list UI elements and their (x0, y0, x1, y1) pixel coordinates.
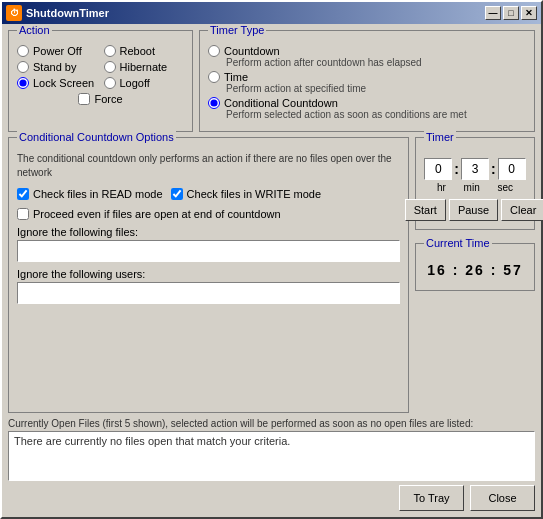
countdown-subtext: Perform action after countdown has elaps… (226, 57, 526, 68)
two-col-checks: Check files in READ mode Check files in … (17, 188, 400, 204)
power-off-radio[interactable] (17, 45, 29, 57)
action-group-label: Action (17, 24, 52, 36)
top-row: Action Power Off Reboot Stand by (8, 30, 535, 132)
clear-button[interactable]: Clear (501, 199, 543, 221)
titlebar: ⏱ ShutdownTimer — □ ✕ (2, 2, 541, 24)
action-stand-by[interactable]: Stand by (17, 61, 98, 73)
action-reboot[interactable]: Reboot (104, 45, 185, 57)
conditional-desc: The conditional countdown only performs … (17, 152, 400, 180)
titlebar-buttons: — □ ✕ (485, 6, 537, 20)
stand-by-radio[interactable] (17, 61, 29, 73)
timer-sep-2: : (491, 161, 496, 177)
conditional-group: Conditional Countdown Options The condit… (8, 137, 409, 413)
timer-type-group: Timer Type Countdown Perform action afte… (199, 30, 535, 132)
middle-row: Conditional Countdown Options The condit… (8, 137, 535, 413)
conditional-subtext: Perform selected action as soon as condi… (226, 109, 526, 120)
hibernate-radio[interactable] (104, 61, 116, 73)
time-radio[interactable] (208, 71, 220, 83)
open-files-box: There are currently no files open that m… (8, 431, 535, 481)
timer-hr-box[interactable]: 0 (424, 158, 452, 180)
bottom-section: Currently Open Files (first 5 shown), se… (8, 418, 535, 511)
close-window-button[interactable]: ✕ (521, 6, 537, 20)
check-write-row[interactable]: Check files in WRITE mode (171, 188, 321, 200)
open-files-status-label: Currently Open Files (first 5 shown), se… (8, 418, 535, 429)
action-buttons-row: To Tray Close (8, 485, 535, 511)
action-group: Action Power Off Reboot Stand by (8, 30, 193, 132)
check-read-row[interactable]: Check files in READ mode (17, 188, 163, 200)
main-content: Action Power Off Reboot Stand by (2, 24, 541, 517)
ignore-users-input[interactable] (17, 282, 400, 304)
window-title: ShutdownTimer (26, 7, 485, 19)
countdown-radio[interactable] (208, 45, 220, 57)
current-time-group: Current Time 16 : 26 : 57 (415, 243, 535, 291)
current-time-label: Current Time (424, 237, 492, 249)
check-read-checkbox[interactable] (17, 188, 29, 200)
time-subtext: Perform action at specified time (226, 83, 526, 94)
timer-display: 0 : 3 : 0 (424, 158, 526, 180)
timer-sec-box[interactable]: 0 (498, 158, 526, 180)
maximize-button[interactable]: □ (503, 6, 519, 20)
to-tray-button[interactable]: To Tray (399, 485, 464, 511)
conditional-countdown-radio[interactable] (208, 97, 220, 109)
timer-min-box[interactable]: 3 (461, 158, 489, 180)
reboot-radio[interactable] (104, 45, 116, 57)
conditional-group-label: Conditional Countdown Options (17, 131, 176, 143)
app-icon: ⏱ (6, 5, 22, 21)
timer-unit-labels: hr min sec (424, 182, 526, 193)
timer-group: Timer 0 : 3 : 0 hr min sec Start (415, 137, 535, 230)
action-lock-screen[interactable]: Lock Screen (17, 77, 98, 89)
ignore-files-label: Ignore the following files: (17, 226, 400, 238)
minimize-button[interactable]: — (485, 6, 501, 20)
action-radio-grid: Power Off Reboot Stand by Hibernate (17, 45, 184, 89)
lock-screen-radio[interactable] (17, 77, 29, 89)
proceed-row[interactable]: Proceed even if files are open at end of… (17, 208, 400, 220)
pause-button[interactable]: Pause (449, 199, 498, 221)
timer-type-countdown: Countdown Perform action after countdown… (208, 45, 526, 68)
timer-type-conditional: Conditional Countdown Perform selected a… (208, 97, 526, 120)
ignore-users-label: Ignore the following users: (17, 268, 400, 280)
start-button[interactable]: Start (405, 199, 446, 221)
close-button[interactable]: Close (470, 485, 535, 511)
check-write-checkbox[interactable] (171, 188, 183, 200)
action-hibernate[interactable]: Hibernate (104, 61, 185, 73)
action-power-off[interactable]: Power Off (17, 45, 98, 57)
timer-sep-1: : (454, 161, 459, 177)
timer-label: Timer (424, 131, 456, 143)
action-logoff[interactable]: Logoff (104, 77, 185, 89)
timer-buttons: Start Pause Clear (424, 199, 526, 221)
logoff-radio[interactable] (104, 77, 116, 89)
current-time-display: 16 : 26 : 57 (424, 258, 526, 282)
force-checkbox[interactable] (78, 93, 90, 105)
proceed-checkbox[interactable] (17, 208, 29, 220)
timer-type-time: Time Perform action at specified time (208, 71, 526, 94)
timer-type-label: Timer Type (208, 24, 266, 36)
main-window: ⏱ ShutdownTimer — □ ✕ Action Power Off (0, 0, 543, 519)
force-row: Force (17, 93, 184, 105)
ignore-files-input[interactable] (17, 240, 400, 262)
